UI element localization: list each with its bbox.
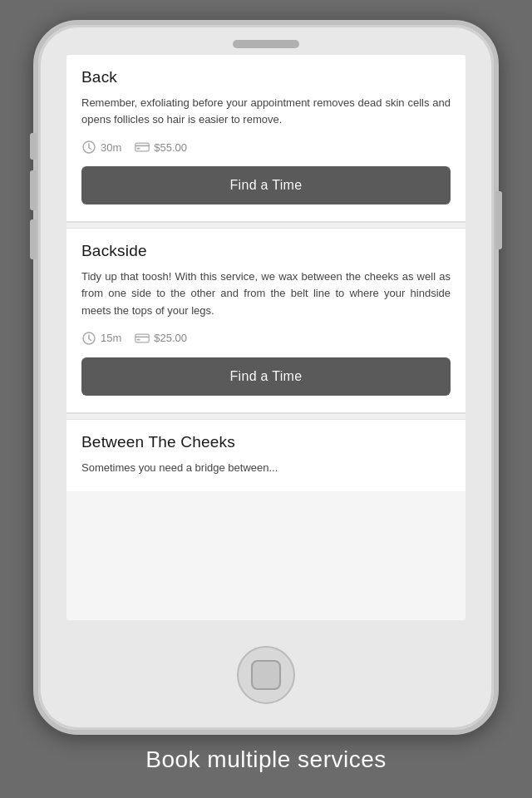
service-description-between-cheeks: Sometimes you need a bridge between... xyxy=(81,460,451,476)
service-description-back: Remember, exfoliating before your appoin… xyxy=(81,95,451,128)
price-backside: $25.00 xyxy=(135,331,187,346)
price-value-back: $55.00 xyxy=(154,141,187,154)
service-meta-back: 30m $55.00 xyxy=(81,140,451,155)
svg-rect-11 xyxy=(137,339,140,341)
phone-screen: Back Remember, exfoliating before your a… xyxy=(66,55,466,620)
duration-back: 30m xyxy=(81,140,121,155)
duration-value-backside: 15m xyxy=(101,332,121,344)
phone-bottom xyxy=(237,620,295,730)
card-icon xyxy=(135,140,150,155)
duration-value-back: 30m xyxy=(101,141,121,154)
clock-icon xyxy=(81,140,96,155)
duration-backside: 15m xyxy=(81,331,121,346)
svg-rect-3 xyxy=(135,143,149,151)
find-time-button-back[interactable]: Find a Time xyxy=(81,166,451,204)
volume-mute-button[interactable] xyxy=(30,133,37,160)
svg-line-2 xyxy=(89,148,91,150)
svg-line-8 xyxy=(89,338,91,340)
service-meta-backside: 15m $25.00 xyxy=(81,331,451,346)
price-back: $55.00 xyxy=(135,140,187,155)
service-card-between-cheeks: Between The Cheeks Sometimes you need a … xyxy=(66,420,466,491)
service-title-between-cheeks: Between The Cheeks xyxy=(81,433,451,451)
speaker xyxy=(233,40,299,48)
volume-up-button[interactable] xyxy=(30,170,37,210)
service-title-back: Back xyxy=(81,68,451,86)
screen-content: Back Remember, exfoliating before your a… xyxy=(66,55,466,620)
svg-rect-5 xyxy=(137,148,140,150)
divider-1 xyxy=(66,222,466,229)
card-icon-backside xyxy=(135,331,150,346)
power-button[interactable] xyxy=(495,191,502,249)
clock-icon-backside xyxy=(81,331,96,346)
price-value-backside: $25.00 xyxy=(154,332,187,344)
divider-2 xyxy=(66,413,466,420)
volume-down-button[interactable] xyxy=(30,219,37,259)
find-time-button-backside[interactable]: Find a Time xyxy=(81,357,451,396)
home-button-inner xyxy=(251,660,281,690)
service-title-backside: Backside xyxy=(81,242,451,260)
service-description-backside: Tidy up that toosh! With this service, w… xyxy=(81,268,451,318)
home-button[interactable] xyxy=(237,646,295,704)
service-card-back: Back Remember, exfoliating before your a… xyxy=(66,55,466,222)
caption-text: Book multiple services xyxy=(145,746,387,773)
phone-shell: Back Remember, exfoliating before your a… xyxy=(33,20,499,735)
svg-rect-9 xyxy=(135,334,149,342)
service-card-backside: Backside Tidy up that toosh! With this s… xyxy=(66,229,466,412)
